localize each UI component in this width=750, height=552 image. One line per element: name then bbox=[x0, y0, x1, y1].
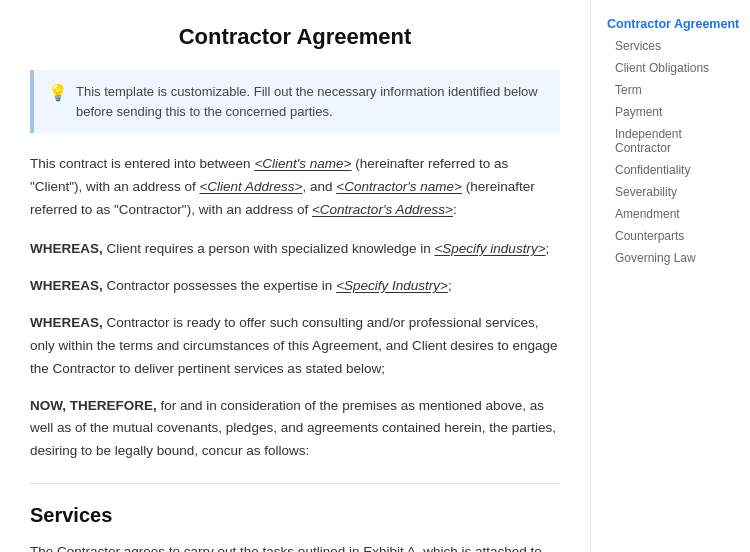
whereas-label-3: WHEREAS, bbox=[30, 315, 103, 330]
whereas-3: WHEREAS, Contractor is ready to offer su… bbox=[30, 312, 560, 381]
sidebar-item-independent-contractor[interactable]: Independent Contractor bbox=[607, 126, 740, 156]
whereas-1: WHEREAS, Client requires a person with s… bbox=[30, 238, 560, 261]
contractor-name-link[interactable]: <Contractor's name> bbox=[336, 179, 462, 194]
sidebar-link-confidentiality[interactable]: Confidentiality bbox=[607, 162, 740, 178]
client-name-link[interactable]: <Client's name> bbox=[254, 156, 351, 171]
sidebar-link-client-obligations[interactable]: Client Obligations bbox=[607, 60, 740, 76]
intro-paragraph: This contract is entered into between <C… bbox=[30, 153, 560, 222]
sidebar-item-severability[interactable]: Severability bbox=[607, 184, 740, 200]
contractor-address-link[interactable]: <Contractor's Address> bbox=[312, 202, 453, 217]
sidebar: Contractor Agreement Services Client Obl… bbox=[590, 0, 750, 552]
section-divider bbox=[30, 483, 560, 484]
whereas-label-2: WHEREAS, bbox=[30, 278, 103, 293]
sidebar-item-services[interactable]: Services bbox=[607, 38, 740, 54]
sidebar-item-client-obligations[interactable]: Client Obligations bbox=[607, 60, 740, 76]
sidebar-link-governing-law[interactable]: Governing Law bbox=[607, 250, 740, 266]
exhibit-a-link[interactable]: Exhibit A bbox=[363, 544, 416, 552]
sidebar-item-counterparts[interactable]: Counterparts bbox=[607, 228, 740, 244]
info-box-text: This template is customizable. Fill out … bbox=[76, 82, 546, 121]
sidebar-item-amendment[interactable]: Amendment bbox=[607, 206, 740, 222]
now-therefore-block: NOW, THEREFORE, for and in consideration… bbox=[30, 395, 560, 464]
services-paragraph: The Contractor agrees to carry out the t… bbox=[30, 541, 560, 552]
sidebar-item-confidentiality[interactable]: Confidentiality bbox=[607, 162, 740, 178]
bulb-icon: 💡 bbox=[48, 83, 68, 102]
industry-link-1[interactable]: <Specify industry> bbox=[434, 241, 545, 256]
sidebar-link-amendment[interactable]: Amendment bbox=[607, 206, 740, 222]
sidebar-link-payment[interactable]: Payment bbox=[607, 104, 740, 120]
now-therefore-label: NOW, THEREFORE, bbox=[30, 398, 157, 413]
sidebar-item-payment[interactable]: Payment bbox=[607, 104, 740, 120]
sidebar-link-severability[interactable]: Severability bbox=[607, 184, 740, 200]
sidebar-item-contractor-agreement[interactable]: Contractor Agreement bbox=[607, 16, 740, 32]
sidebar-link-contractor-agreement[interactable]: Contractor Agreement bbox=[607, 16, 740, 32]
main-content: Contractor Agreement 💡 This template is … bbox=[0, 0, 590, 552]
sidebar-link-independent-contractor[interactable]: Independent Contractor bbox=[607, 126, 740, 156]
client-address-link[interactable]: <Client Address> bbox=[199, 179, 302, 194]
industry-link-2[interactable]: <Specify Industry> bbox=[336, 278, 448, 293]
sidebar-link-term[interactable]: Term bbox=[607, 82, 740, 98]
whereas-label-1: WHEREAS, bbox=[30, 241, 103, 256]
sidebar-link-counterparts[interactable]: Counterparts bbox=[607, 228, 740, 244]
sidebar-link-services[interactable]: Services bbox=[607, 38, 740, 54]
sidebar-item-governing-law[interactable]: Governing Law bbox=[607, 250, 740, 266]
sidebar-item-term[interactable]: Term bbox=[607, 82, 740, 98]
info-box: 💡 This template is customizable. Fill ou… bbox=[30, 70, 560, 133]
whereas-2: WHEREAS, Contractor possesses the expert… bbox=[30, 275, 560, 298]
services-title: Services bbox=[30, 504, 560, 527]
doc-title: Contractor Agreement bbox=[30, 24, 560, 50]
sidebar-nav: Contractor Agreement Services Client Obl… bbox=[607, 16, 740, 266]
